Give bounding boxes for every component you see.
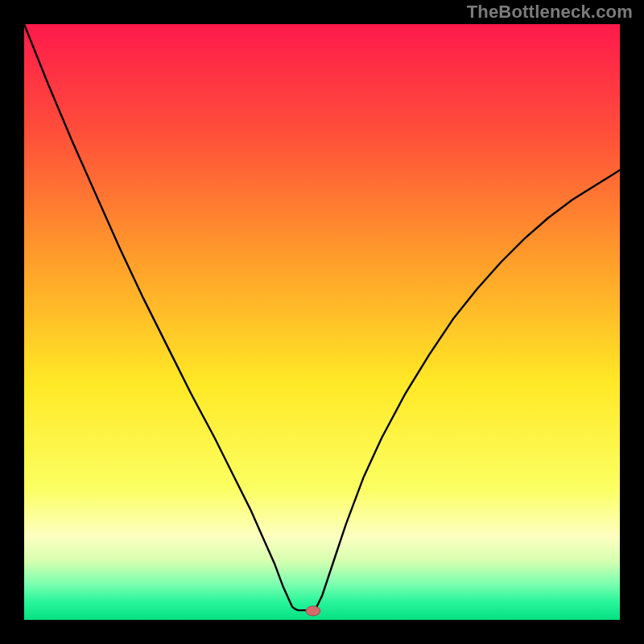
plot-background: [24, 24, 620, 620]
chart-frame: TheBottleneck.com: [0, 0, 644, 644]
bottleneck-chart: [0, 0, 644, 644]
watermark-text: TheBottleneck.com: [467, 2, 633, 23]
optimal-point-marker: [306, 606, 320, 616]
